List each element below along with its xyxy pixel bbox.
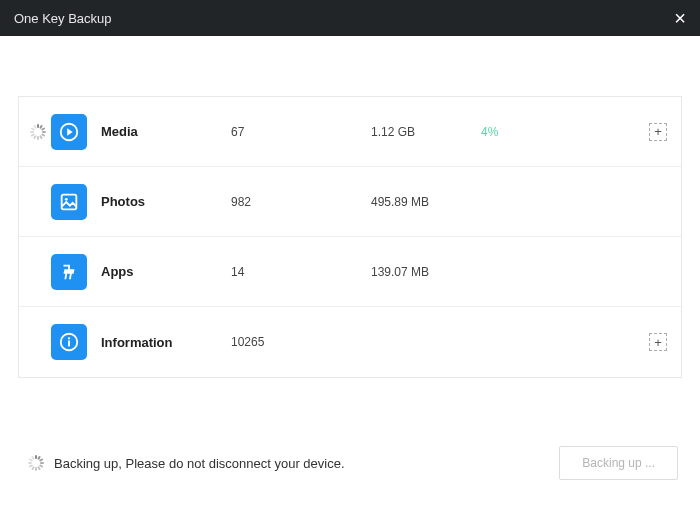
content-area: Media 67 1.12 GB 4% + Photos 982 495.89 … bbox=[0, 36, 700, 378]
backing-up-button[interactable]: Backing up ... bbox=[559, 446, 678, 480]
add-target-button[interactable]: + bbox=[649, 333, 667, 351]
svg-point-3 bbox=[65, 197, 68, 200]
title-bar: One Key Backup × bbox=[0, 0, 700, 36]
category-row-media: Media 67 1.12 GB 4% + bbox=[19, 97, 681, 167]
information-icon bbox=[51, 324, 87, 360]
category-size: 139.07 MB bbox=[371, 265, 481, 279]
media-icon bbox=[51, 114, 87, 150]
loading-spinner-icon bbox=[30, 124, 46, 140]
category-row-information: Information 10265 + bbox=[19, 307, 681, 377]
svg-rect-2 bbox=[62, 194, 77, 209]
category-label: Photos bbox=[101, 194, 231, 209]
category-row-photos: Photos 982 495.89 MB bbox=[19, 167, 681, 237]
window-title: One Key Backup bbox=[14, 11, 674, 26]
backup-category-list: Media 67 1.12 GB 4% + Photos 982 495.89 … bbox=[18, 96, 682, 378]
footer-spinner-slot bbox=[22, 455, 50, 471]
category-label: Media bbox=[101, 124, 231, 139]
photos-icon bbox=[51, 184, 87, 220]
svg-marker-1 bbox=[67, 128, 73, 135]
footer-bar: Backing up, Please do not disconnect you… bbox=[0, 446, 700, 480]
category-count: 14 bbox=[231, 265, 371, 279]
footer-status-message: Backing up, Please do not disconnect you… bbox=[54, 456, 345, 471]
loading-spinner-icon bbox=[28, 455, 44, 471]
category-percent: 4% bbox=[481, 125, 541, 139]
category-count: 67 bbox=[231, 125, 371, 139]
add-target-button[interactable]: + bbox=[649, 123, 667, 141]
category-count: 10265 bbox=[231, 335, 371, 349]
close-icon[interactable]: × bbox=[674, 8, 686, 28]
category-size: 495.89 MB bbox=[371, 195, 481, 209]
category-count: 982 bbox=[231, 195, 371, 209]
apps-icon bbox=[51, 254, 87, 290]
category-size: 1.12 GB bbox=[371, 125, 481, 139]
row-spinner-slot bbox=[25, 124, 51, 140]
category-row-apps: Apps 14 139.07 MB bbox=[19, 237, 681, 307]
category-label: Apps bbox=[101, 264, 231, 279]
category-label: Information bbox=[101, 335, 231, 350]
